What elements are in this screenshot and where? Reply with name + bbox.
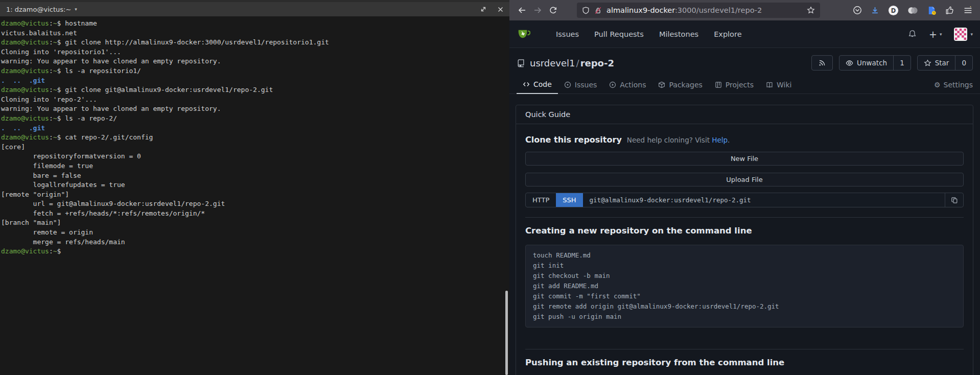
terminal-line: dzamo@victus:~$ git clone git@almalinux9… bbox=[1, 85, 508, 95]
avatar bbox=[954, 28, 967, 41]
create-new-button[interactable]: + ▾ bbox=[929, 29, 942, 40]
repo-separator: / bbox=[575, 58, 580, 68]
new-file-button[interactable]: New File bbox=[525, 152, 964, 166]
section-heading-new-repo: Creating a new repository on the command… bbox=[525, 226, 964, 236]
repo-owner[interactable]: usrdevel1 bbox=[530, 58, 575, 68]
ssh-protocol-button[interactable]: SSH bbox=[556, 193, 582, 207]
tab-settings[interactable]: ⚙ Settings bbox=[934, 81, 973, 93]
url-text[interactable]: almalinux9-docker:3000/usrdevel1/repo-2 bbox=[606, 6, 762, 14]
chevron-down-icon: ▾ bbox=[940, 32, 942, 37]
nav-pull-requests[interactable]: Pull Requests bbox=[594, 30, 644, 38]
quick-guide-body: Clone this repository Need help cloning?… bbox=[516, 124, 973, 375]
star-icon bbox=[924, 59, 931, 67]
forward-button[interactable] bbox=[530, 3, 545, 18]
terminal-line: merge = refs/heads/main bbox=[1, 238, 508, 247]
tab-wiki-label: Wiki bbox=[777, 81, 791, 89]
clone-heading: Clone this repository bbox=[525, 135, 622, 145]
repo-header: usrdevel1/repo-2 bbox=[509, 48, 980, 76]
play-circle-icon bbox=[609, 81, 616, 88]
terminal-output: dzamo@victus:~$ hostnamevictus.balaitus.… bbox=[1, 19, 508, 256]
user-menu[interactable]: ▾ bbox=[954, 28, 973, 41]
watch-button-group: Unwatch 1 bbox=[839, 55, 911, 71]
d-extension-icon[interactable]: D bbox=[888, 5, 899, 16]
terminal-line: Cloning into 'repositorio1'... bbox=[1, 48, 508, 57]
rss-icon bbox=[819, 59, 826, 66]
terminal-line: remote = origin bbox=[1, 228, 508, 238]
tab-actions-label: Actions bbox=[620, 81, 646, 89]
nav-explore[interactable]: Explore bbox=[714, 30, 741, 38]
issue-icon bbox=[564, 81, 571, 88]
terminal-title-text: 1: dzamo@victus:~ bbox=[6, 6, 71, 13]
nav-issues[interactable]: Issues bbox=[556, 30, 579, 38]
tab-code-label: Code bbox=[533, 80, 552, 88]
clone-help-period: . bbox=[728, 136, 730, 144]
thumb-extension-icon[interactable] bbox=[945, 6, 954, 15]
close-icon[interactable] bbox=[498, 7, 503, 12]
bell-icon[interactable] bbox=[908, 30, 917, 38]
terminal-line: [branch "main"] bbox=[1, 218, 508, 228]
pocket-icon[interactable] bbox=[853, 6, 862, 15]
insecure-lock-icon[interactable] bbox=[594, 7, 602, 14]
gitea-logo-icon[interactable] bbox=[517, 27, 530, 41]
terminal-line: dzamo@victus:~$ cat repo-2/.git/config bbox=[1, 133, 508, 143]
tab-packages[interactable]: Packages bbox=[652, 81, 708, 93]
clone-help-prefix: Need help cloning? Visit bbox=[627, 136, 710, 144]
terminal-line: dzamo@victus:~$ bbox=[1, 247, 508, 256]
terminal-line: dzamo@victus:~$ hostname bbox=[1, 19, 508, 29]
stars-count[interactable]: 0 bbox=[955, 56, 972, 70]
svg-text:D: D bbox=[891, 7, 896, 14]
download-icon[interactable] bbox=[871, 6, 879, 15]
gitea-page: Issues Pull Requests Milestones Explore … bbox=[509, 20, 980, 375]
terminal-line: logallrefupdates = true bbox=[1, 180, 508, 190]
terminal-line: repositoryformatversion = 0 bbox=[1, 152, 508, 161]
tab-packages-label: Packages bbox=[669, 81, 702, 89]
clone-url-input[interactable]: git@almalinux9-docker:usrdevel1/repo-2.g… bbox=[583, 193, 945, 207]
quick-guide-title: Quick Guide bbox=[525, 110, 570, 119]
tab-issues-label: Issues bbox=[575, 81, 597, 89]
tab-projects-label: Projects bbox=[726, 81, 754, 89]
package-icon bbox=[658, 81, 665, 88]
document-extension-icon[interactable] bbox=[927, 6, 937, 15]
url-bar[interactable]: almalinux9-docker:3000/usrdevel1/repo-2 bbox=[577, 3, 820, 18]
account-circles-icon[interactable] bbox=[907, 5, 918, 16]
http-protocol-button[interactable]: HTTP bbox=[526, 193, 556, 207]
terminal-scrollbar[interactable] bbox=[505, 291, 508, 375]
copy-url-button[interactable] bbox=[945, 193, 963, 207]
reload-button[interactable] bbox=[545, 3, 561, 18]
tab-code[interactable]: Code bbox=[517, 80, 558, 94]
bookmark-star-icon[interactable] bbox=[807, 6, 815, 14]
tab-issues[interactable]: Issues bbox=[558, 81, 603, 93]
rss-button[interactable] bbox=[811, 55, 833, 71]
terminal-body[interactable]: dzamo@victus:~$ hostnamevictus.balaitus.… bbox=[0, 16, 509, 375]
code-block-new-repo: touch README.md git init git checkout -b… bbox=[525, 245, 964, 327]
chevron-down-icon[interactable]: ▾ bbox=[75, 7, 77, 12]
tab-projects[interactable]: Projects bbox=[709, 81, 760, 93]
project-board-icon bbox=[715, 81, 722, 88]
shield-icon[interactable] bbox=[582, 7, 590, 14]
tab-actions[interactable]: Actions bbox=[603, 81, 652, 93]
tab-settings-label: Settings bbox=[944, 81, 973, 89]
nav-milestones[interactable]: Milestones bbox=[659, 30, 698, 38]
chevron-down-icon: ▾ bbox=[970, 32, 973, 37]
url-host: almalinux9-docker bbox=[606, 6, 675, 14]
help-link[interactable]: Help bbox=[712, 136, 728, 144]
terminal-titlebar: 1: dzamo@victus:~ ▾ bbox=[0, 0, 509, 16]
upload-file-button[interactable]: Upload File bbox=[525, 173, 964, 186]
menu-icon[interactable] bbox=[963, 6, 973, 15]
repo-name[interactable]: repo-2 bbox=[580, 58, 614, 68]
restore-window-icon[interactable] bbox=[480, 6, 486, 12]
unwatch-button[interactable]: Unwatch bbox=[839, 56, 893, 70]
terminal-line: filemode = true bbox=[1, 161, 508, 171]
terminal-line: dzamo@victus:~$ git clone http://almalin… bbox=[1, 38, 508, 48]
watchers-count[interactable]: 1 bbox=[893, 56, 911, 70]
terminal-line: dzamo@victus:~$ ls -a repositorio1/ bbox=[1, 66, 508, 76]
clone-help-text: Need help cloning? Visit Help. bbox=[627, 136, 730, 144]
terminal-line: url = git@almalinux9-docker:usrdevel1/re… bbox=[1, 199, 508, 209]
terminal-line: . .. .git bbox=[1, 76, 508, 86]
tab-wiki[interactable]: Wiki bbox=[760, 81, 798, 93]
star-label: Star bbox=[935, 59, 949, 67]
screen: 1: dzamo@victus:~ ▾ dzamo@victus:~$ host… bbox=[0, 0, 980, 375]
back-button[interactable] bbox=[515, 3, 530, 18]
code-icon bbox=[523, 81, 530, 88]
star-button[interactable]: Star bbox=[918, 56, 955, 70]
